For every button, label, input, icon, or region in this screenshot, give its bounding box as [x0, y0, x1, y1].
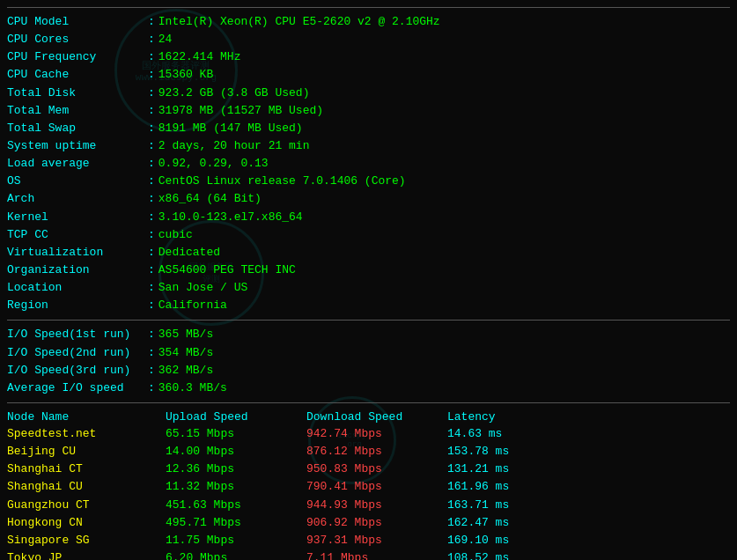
sysinfo-sep-8: : [148, 155, 155, 173]
net-node-0: Speedtest.net [7, 425, 166, 443]
network-row-6: Singapore SG11.75 Mbps937.31 Mbps169.10 … [7, 532, 730, 549]
net-upload-0: 65.15 Mbps [166, 425, 306, 443]
sysinfo-value-10: x86_64 (64 Bit) [158, 190, 262, 208]
sysinfo-value-12: cubic [158, 226, 193, 244]
net-node-2: Shanghai CT [7, 461, 166, 478]
sysinfo-value-0: Intel(R) Xeon(R) CPU E5-2620 v2 @ 2.10GH… [158, 13, 440, 31]
net-download-2: 950.83 Mbps [306, 461, 447, 478]
sysinfo-sep-14: : [148, 262, 155, 279]
sysinfo-sep-7: : [148, 137, 155, 155]
io-label-0: I/O Speed(1st run) [7, 326, 148, 343]
sysinfo-label-3: CPU Cache [7, 66, 148, 84]
sysinfo-label-12: TCP CC [7, 226, 148, 244]
sysinfo-row-3: CPU Cache: 15360 KB [7, 66, 730, 84]
sysinfo-sep-2: : [148, 48, 155, 66]
net-download-4: 944.93 Mbps [306, 497, 447, 514]
sysinfo-value-2: 1622.414 MHz [158, 48, 241, 66]
io-row-2: I/O Speed(3rd run): 362 MB/s [7, 362, 730, 379]
sysinfo-value-1: 24 [158, 31, 173, 48]
net-node-6: Singapore SG [7, 532, 166, 549]
io-value-2: 362 MB/s [158, 362, 213, 379]
io-sep-1: : [148, 344, 155, 362]
io-label-3: Average I/O speed [7, 379, 148, 397]
io-speed-section: I/O Speed(1st run): 365 MB/sI/O Speed(2n… [7, 324, 730, 399]
sysinfo-sep-0: : [148, 13, 155, 31]
sysinfo-label-4: Total Disk [7, 85, 148, 102]
sysinfo-sep-13: : [148, 244, 155, 262]
io-sep-2: : [148, 362, 155, 379]
top-divider [7, 7, 730, 8]
network-row-3: Shanghai CU11.32 Mbps790.41 Mbps161.96 m… [7, 478, 730, 496]
sysinfo-value-13: Dedicated [158, 244, 220, 262]
net-latency-2: 131.21 ms [447, 461, 553, 478]
network-table-section: Node Name Upload Speed Download Speed La… [7, 407, 730, 560]
sysinfo-sep-1: : [148, 31, 155, 48]
sysinfo-label-8: Load average [7, 155, 148, 173]
sysinfo-row-10: Arch: x86_64 (64 Bit) [7, 190, 730, 208]
sysinfo-sep-16: : [148, 297, 155, 314]
sysinfo-label-0: CPU Model [7, 13, 148, 31]
net-upload-3: 11.32 Mbps [166, 478, 306, 496]
net-latency-1: 153.78 ms [447, 443, 553, 461]
sysinfo-row-14: Organization: AS54600 PEG TECH INC [7, 262, 730, 279]
io-value-3: 360.3 MB/s [158, 379, 227, 397]
sysinfo-value-16: California [158, 297, 227, 314]
col-header-latency: Latency [447, 410, 553, 424]
sysinfo-label-15: Location [7, 279, 148, 297]
sysinfo-value-7: 2 days, 20 hour 21 min [158, 137, 310, 155]
sysinfo-label-1: CPU Cores [7, 31, 148, 48]
io-row-3: Average I/O speed: 360.3 MB/s [7, 379, 730, 397]
net-upload-1: 14.00 Mbps [166, 443, 306, 461]
sysinfo-value-15: San Jose / US [158, 279, 247, 297]
sysinfo-row-16: Region: California [7, 297, 730, 314]
sysinfo-row-1: CPU Cores: 24 [7, 31, 730, 48]
sysinfo-row-4: Total Disk: 923.2 GB (3.8 GB Used) [7, 85, 730, 102]
sysinfo-label-5: Total Mem [7, 102, 148, 120]
sysinfo-value-14: AS54600 PEG TECH INC [158, 262, 296, 279]
sysinfo-sep-10: : [148, 190, 155, 208]
net-download-6: 937.31 Mbps [306, 532, 447, 549]
io-label-2: I/O Speed(3rd run) [7, 362, 148, 379]
sysinfo-row-15: Location: San Jose / US [7, 279, 730, 297]
net-latency-4: 163.71 ms [447, 497, 553, 514]
io-sep-3: : [148, 379, 155, 397]
sysinfo-value-3: 15360 KB [158, 66, 213, 84]
main-content: CPU Model: Intel(R) Xeon(R) CPU E5-2620 … [0, 0, 737, 560]
sysinfo-label-11: Kernel [7, 209, 148, 226]
network-data-rows: Speedtest.net65.15 Mbps942.74 Mbps14.63 … [7, 425, 730, 560]
net-upload-6: 11.75 Mbps [166, 532, 306, 549]
sysinfo-row-7: System uptime: 2 days, 20 hour 21 min [7, 137, 730, 155]
io-sep-0: : [148, 326, 155, 343]
sysinfo-value-6: 8191 MB (147 MB Used) [158, 120, 303, 137]
sysinfo-row-12: TCP CC: cubic [7, 226, 730, 244]
net-upload-4: 451.63 Mbps [166, 497, 306, 514]
sysinfo-sep-11: : [148, 209, 155, 226]
sysinfo-value-8: 0.92, 0.29, 0.13 [158, 155, 269, 173]
sysinfo-label-16: Region [7, 297, 148, 314]
sysinfo-value-5: 31978 MB (11527 MB Used) [158, 102, 323, 120]
sysinfo-sep-3: : [148, 66, 155, 84]
sysinfo-row-6: Total Swap: 8191 MB (147 MB Used) [7, 120, 730, 137]
net-node-7: Tokyo JP [7, 549, 166, 560]
io-value-1: 354 MB/s [158, 344, 213, 362]
sysinfo-row-9: OS: CentOS Linux release 7.0.1406 (Core) [7, 173, 730, 190]
net-latency-0: 14.63 ms [447, 425, 553, 443]
sysinfo-row-11: Kernel: 3.10.0-123.el7.x86_64 [7, 209, 730, 226]
net-download-1: 876.12 Mbps [306, 443, 447, 461]
sysinfo-sep-15: : [148, 279, 155, 297]
io-row-1: I/O Speed(2nd run): 354 MB/s [7, 344, 730, 362]
net-latency-7: 108.52 ms [447, 549, 553, 560]
sysinfo-label-13: Virtualization [7, 244, 148, 262]
net-latency-6: 169.10 ms [447, 532, 553, 549]
sysinfo-sep-9: : [148, 173, 155, 190]
sysinfo-label-6: Total Swap [7, 120, 148, 137]
col-header-download: Download Speed [306, 410, 447, 424]
sysinfo-sep-6: : [148, 120, 155, 137]
col-header-upload: Upload Speed [166, 410, 306, 424]
sysinfo-row-0: CPU Model: Intel(R) Xeon(R) CPU E5-2620 … [7, 13, 730, 31]
sysinfo-value-4: 923.2 GB (3.8 GB Used) [158, 85, 310, 102]
network-row-4: Guangzhou CT451.63 Mbps944.93 Mbps163.71… [7, 497, 730, 514]
net-download-7: 7.11 Mbps [306, 549, 447, 560]
sysinfo-label-9: OS [7, 173, 148, 190]
sysinfo-row-2: CPU Frequency: 1622.414 MHz [7, 48, 730, 66]
